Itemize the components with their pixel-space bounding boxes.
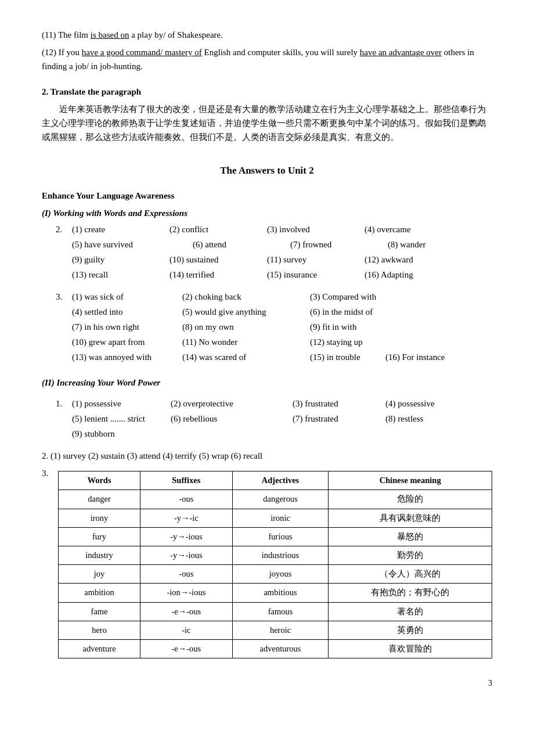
q3-indent: [56, 305, 72, 319]
table-block: Words Suffixes Adjectives Chinese meanin…: [58, 466, 492, 663]
q2-row-4: (13) recall (14) terrified (15) insuranc…: [72, 268, 485, 282]
table-cell-4-0: joy: [59, 565, 140, 584]
section1-sub: (I) Working with Words and Expressions: [42, 206, 492, 220]
sentence-12: (12) If you have a good command/ mastery…: [42, 45, 492, 73]
q2-rows: (1) create (2) conflict (3) involved (4)…: [72, 222, 485, 283]
unit-answers-title: The Answers to Unit 2: [42, 163, 492, 178]
q2-item-2-3: (7) frowned: [290, 237, 383, 251]
q1-ii-2-1: (5) lenient ....... strict: [72, 412, 171, 426]
q3-item-2-2: (5) would give anything: [182, 305, 310, 319]
q3-indent4: [56, 350, 72, 364]
col-header-words: Words: [59, 471, 140, 490]
q3-ii-label: 3.: [42, 466, 58, 480]
table-row: joy-ousjoyous（令人）高兴的: [59, 565, 492, 584]
q3-item-5-1: (13) was annoyed with: [72, 350, 182, 364]
q3-item-4-2: (11) No wonder: [182, 335, 310, 349]
table-cell-1-2: ironic: [232, 509, 329, 527]
translate-title: 2. Translate the paragraph: [42, 85, 492, 99]
q1-ii-2-4: (8) restless: [385, 412, 423, 426]
table-cell-2-3: 暴怒的: [329, 527, 492, 546]
q3-item-5-4: (16) For instance: [385, 350, 445, 364]
table-cell-8-0: adventure: [59, 639, 140, 658]
table-row: adventure-e→-ousadventurous喜欢冒险的: [59, 639, 492, 658]
table-cell-3-1: -y→-ious: [140, 546, 233, 564]
sentence-11: (11) The film is based on a play by/ of …: [42, 28, 492, 42]
q1-ii-block: 1. (1) possessive (2) overprotective (3)…: [56, 397, 492, 442]
q3-row-1: 3. (1) was sick of (2) choking back (3) …: [56, 290, 492, 304]
s12-prefix: (12) If you: [42, 48, 82, 57]
table-cell-6-3: 著名的: [329, 602, 492, 621]
q3-indent3: [56, 335, 72, 349]
q1-ii-2-3: (7) frustrated: [293, 412, 385, 426]
q1-ii-row-3: (9) stubborn: [72, 427, 435, 441]
q1-ii-1-4: (4) possessive: [385, 397, 435, 411]
table-cell-5-0: ambition: [59, 584, 140, 602]
table-cell-3-2: industrious: [232, 546, 329, 564]
q1-ii-rows: (1) possessive (2) overprotective (3) fr…: [72, 397, 435, 442]
table-cell-7-1: -ic: [140, 621, 233, 639]
q3-row-3: (7) in his own right (8) on my own (9) f…: [56, 320, 492, 334]
col-header-chinese: Chinese meaning: [329, 471, 492, 490]
translate-body: 近年来英语教学法有了很大的改变，但是还是有大量的教学活动建立在行为主义心理学基础…: [42, 102, 492, 144]
q3-block: 3. (1) was sick of (2) choking back (3) …: [56, 290, 492, 364]
q2-row-1: (1) create (2) conflict (3) involved (4)…: [72, 222, 485, 236]
q2-item-4-2: (14) terrified: [169, 268, 262, 282]
q1-ii-1-1: (1) possessive: [72, 397, 171, 411]
table-cell-6-2: famous: [232, 602, 329, 621]
q1-ii-3-1: (9) stubborn: [72, 427, 115, 441]
table-cell-2-2: furious: [232, 527, 329, 546]
q3-item-5-2: (14) was scared of: [182, 350, 310, 364]
q3-item-3-3: (9) fit in with: [310, 320, 356, 334]
word-table: Words Suffixes Adjectives Chinese meanin…: [58, 471, 492, 658]
q2-item-4-4: (16) Adapting: [365, 268, 457, 282]
q3-row-2: (4) settled into (5) would give anything…: [56, 305, 492, 319]
table-cell-4-1: -ous: [140, 565, 233, 584]
table-cell-0-3: 危险的: [329, 490, 492, 509]
table-header-row: Words Suffixes Adjectives Chinese meanin…: [59, 471, 492, 490]
q1-ii-1-2: (2) overprotective: [171, 397, 293, 411]
q3-item-1-3: (3) Compared with: [310, 290, 376, 304]
q3-rows: 3. (1) was sick of (2) choking back (3) …: [56, 290, 492, 364]
q3-indent2: [56, 320, 72, 334]
table-cell-8-1: -e→-ous: [140, 639, 233, 658]
q2-item-2-4: (8) wander: [388, 237, 481, 251]
col-header-adjectives: Adjectives: [232, 471, 329, 490]
table-cell-7-2: heroic: [232, 621, 329, 639]
q2-block: 2. (1) create (2) conflict (3) involved …: [56, 222, 492, 283]
table-cell-2-1: -y→-ious: [140, 527, 233, 546]
table-cell-6-0: fame: [59, 602, 140, 621]
table-cell-7-3: 英勇的: [329, 621, 492, 639]
table-cell-3-0: industry: [59, 546, 140, 564]
table-cell-5-3: 有抱负的；有野心的: [329, 584, 492, 602]
table-row: irony-y→-icironic具有讽刺意味的: [59, 509, 492, 527]
q3-ii-block: 3. Words Suffixes Adjectives Chinese mea…: [42, 466, 492, 663]
page-content: (11) The film is based on a play by/ of …: [42, 28, 492, 690]
s12-underline1: have a good command/ mastery of: [82, 48, 202, 57]
q2-label: 2.: [56, 222, 72, 236]
q3-item-5-3: (15) in trouble: [310, 350, 385, 364]
table-cell-0-2: dangerous: [232, 490, 329, 509]
table-cell-0-1: -ous: [140, 490, 233, 509]
q2-item-3-4: (12) awkward: [365, 253, 457, 267]
q3-item-2-1: (4) settled into: [72, 305, 182, 319]
q3-item-2-3: (6) in the midst of: [310, 305, 373, 319]
q3-item-1-2: (2) choking back: [182, 290, 310, 304]
q2-item-3-1: (9) guilty: [72, 253, 165, 267]
q2-item-1-3: (3) involved: [267, 222, 360, 236]
q1-ii-2-2: (6) rebellious: [171, 412, 293, 426]
table-cell-2-0: fury: [59, 527, 140, 546]
table-cell-4-2: joyous: [232, 565, 329, 584]
s12-underline2: have an advantage over: [360, 48, 442, 57]
q2-item-1-4: (4) overcame: [365, 222, 457, 236]
table-cell-0-0: danger: [59, 490, 140, 509]
col-header-suffixes: Suffixes: [140, 471, 233, 490]
table-cell-8-2: adventurous: [232, 639, 329, 658]
table-cell-1-0: irony: [59, 509, 140, 527]
s12-mid: English and computer skills, you will su…: [202, 48, 360, 57]
q3-item-1-1: (1) was sick of: [72, 290, 182, 304]
table-cell-8-3: 喜欢冒险的: [329, 639, 492, 658]
q1-ii-label: 1.: [56, 397, 72, 411]
q2-item-4-3: (15) insurance: [267, 268, 360, 282]
q3-item-4-1: (10) grew apart from: [72, 335, 182, 349]
page-number: 3: [42, 677, 492, 690]
